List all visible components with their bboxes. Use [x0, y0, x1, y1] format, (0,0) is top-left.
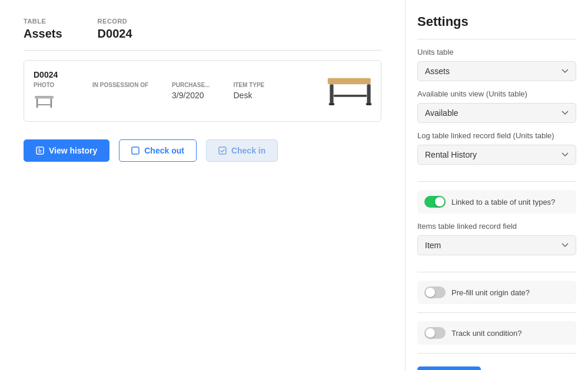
checkout-icon: [131, 146, 139, 155]
units-table-select[interactable]: Assets: [417, 61, 576, 81]
settings-divider-3: [417, 272, 576, 272]
svg-rect-2: [51, 98, 52, 108]
svg-rect-9: [366, 103, 372, 105]
track-toggle-row: Track unit condition?: [417, 321, 576, 345]
table-value: Assets: [24, 27, 62, 41]
field-purchase-label: PURCHASE...: [172, 82, 210, 88]
svg-rect-0: [35, 96, 54, 98]
svg-rect-1: [36, 98, 38, 108]
available-units-label: Available units view (Units table): [417, 89, 576, 98]
settings-divider-2: [417, 181, 576, 182]
check-in-button[interactable]: Check in: [206, 139, 278, 162]
available-units-select[interactable]: Available: [417, 103, 576, 123]
items-table-label: Items table linked record field: [417, 222, 576, 231]
record-id-block: D0024 PHOTO: [34, 70, 81, 112]
field-item-type: ITEM TYPE Desk: [233, 82, 264, 100]
prefill-toggle-label: Pre-fill unit origin date?: [451, 288, 530, 297]
track-toggle[interactable]: [424, 327, 446, 339]
log-table-label: Log table linked record field (Units tab…: [417, 131, 576, 140]
table-label: TABLE: [24, 18, 62, 25]
prefill-toggle-row: Pre-fill unit origin date?: [417, 281, 576, 304]
svg-rect-6: [367, 84, 370, 104]
svg-rect-5: [330, 84, 333, 104]
left-panel: TABLE Assets RECORD D0024 D0024 PHOTO IN…: [0, 0, 406, 370]
linked-toggle-label: Linked to a table of unit types?: [451, 198, 555, 206]
field-item-type-label: ITEM TYPE: [233, 82, 264, 88]
svg-rect-14: [219, 147, 226, 154]
field-purchase-date: PURCHASE... 3/9/2020: [172, 82, 210, 100]
record-label: RECORD: [98, 18, 132, 25]
record-card: D0024 PHOTO IN POSSESSION OF PURCHASE...…: [24, 60, 381, 122]
header-divider: [24, 50, 381, 51]
field-in-possession-label: IN POSSESSION OF: [92, 82, 148, 88]
svg-rect-4: [328, 78, 371, 85]
linked-toggle-row: Linked to a table of unit types?: [417, 190, 576, 214]
check-in-label: Check in: [231, 146, 265, 155]
photo-label: PHOTO: [34, 82, 81, 88]
field-in-possession: IN POSSESSION OF: [92, 82, 148, 100]
settings-panel: Settings Units table Assets Available un…: [406, 0, 588, 370]
record-value: D0024: [98, 27, 132, 41]
desk-thumbnail-icon: [34, 92, 55, 109]
linked-toggle[interactable]: [424, 196, 446, 208]
svg-rect-13: [132, 147, 139, 154]
done-button[interactable]: Done: [417, 366, 481, 370]
settings-title: Settings: [417, 14, 576, 29]
svg-rect-7: [334, 95, 367, 97]
settings-divider-1: [417, 39, 576, 39]
prefill-toggle[interactable]: [424, 286, 446, 298]
svg-rect-3: [38, 104, 50, 105]
settings-divider-4: [417, 312, 576, 313]
view-history-label: View history: [49, 146, 97, 155]
action-buttons: View history Check out Check in: [24, 139, 381, 162]
track-toggle-label: Track unit condition?: [451, 329, 521, 338]
checkin-icon: [218, 146, 227, 155]
history-icon: [36, 146, 44, 155]
field-purchase-value: 3/9/2020: [172, 91, 210, 100]
record-breadcrumb: RECORD D0024: [98, 18, 132, 41]
settings-divider-5: [417, 353, 576, 354]
table-breadcrumb: TABLE Assets: [24, 18, 62, 41]
check-out-button[interactable]: Check out: [119, 139, 197, 162]
units-table-label: Units table: [417, 48, 576, 56]
log-table-select[interactable]: Rental History: [417, 145, 576, 165]
svg-rect-8: [329, 103, 335, 105]
field-item-type-value: Desk: [233, 91, 264, 100]
check-out-label: Check out: [144, 146, 184, 155]
items-table-select[interactable]: Item: [417, 235, 576, 255]
view-history-button[interactable]: View history: [24, 139, 109, 162]
breadcrumb: TABLE Assets RECORD D0024: [24, 18, 381, 41]
record-id: D0024: [34, 70, 81, 79]
desk-image-icon: [327, 68, 374, 109]
